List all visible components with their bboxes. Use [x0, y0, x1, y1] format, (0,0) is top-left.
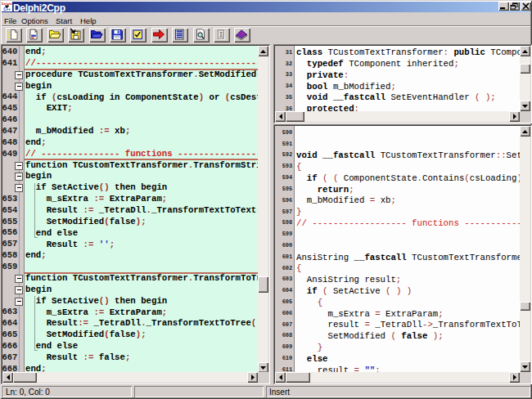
svg-text:Delphi: Delphi [2, 2, 12, 6]
svg-text:?: ? [240, 31, 243, 38]
svg-text:C++: C++ [3, 7, 11, 11]
